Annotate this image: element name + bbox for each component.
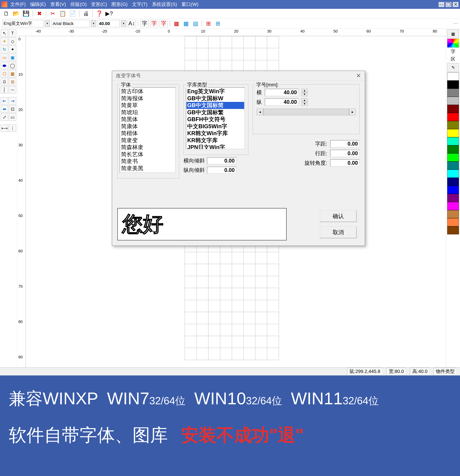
font-option[interactable]: 简细平黑	[120, 172, 175, 173]
rotate-icon[interactable]: ↻	[1, 46, 8, 53]
open-icon[interactable]: 📂	[12, 10, 20, 17]
print-icon[interactable]: 🖨	[82, 10, 90, 17]
whatsthis-icon[interactable]: ▶?	[105, 10, 113, 17]
text-tool-icon[interactable]: T	[9, 29, 16, 37]
align-l-icon[interactable]: ⇤	[1, 97, 8, 104]
color-swatch[interactable]	[447, 121, 459, 129]
rect-icon[interactable]: ▭	[1, 54, 8, 61]
select-icon[interactable]: ▭	[9, 113, 16, 121]
font-option[interactable]: 简古印体	[120, 88, 175, 95]
align-3-icon[interactable]: ▤	[192, 20, 200, 27]
new-icon[interactable]: 🗋	[2, 10, 10, 17]
cancel-button[interactable]: 取消	[320, 226, 357, 238]
menu-layout[interactable]: 排版(O)	[70, 1, 87, 8]
htilt-input[interactable]	[207, 157, 236, 164]
font-option[interactable]: 简隶书	[120, 158, 175, 165]
node-icon[interactable]: ✦	[1, 38, 8, 45]
color-swatch[interactable]	[447, 178, 459, 186]
color-swatch[interactable]	[447, 97, 459, 105]
libtype-option[interactable]: KR韩文Win字库	[186, 130, 244, 137]
save-icon[interactable]: 💾	[22, 10, 30, 17]
close-button[interactable]: ✕	[453, 2, 459, 7]
align-r-icon[interactable]: ⇥	[9, 97, 16, 104]
menu-shape[interactable]: 图形(G)	[111, 1, 128, 8]
menu-view[interactable]: 查看(V)	[50, 1, 66, 8]
more-icon[interactable]: ⋯	[453, 21, 458, 26]
libtype-option[interactable]: GB中文国标简	[186, 102, 244, 109]
cut-icon[interactable]: ✂	[49, 10, 57, 17]
pointer-icon[interactable]: ↖	[1, 29, 8, 37]
font-listbox[interactable]: 简古印体简海报体简黄草简琥珀简黑体简康体简楷体简隶变简森林隶简长艺体简隶书简隶美…	[120, 87, 176, 173]
menu-settings[interactable]: 系统设置(S)	[152, 1, 177, 8]
color-swatch[interactable]	[447, 162, 459, 170]
color-swatch[interactable]	[447, 81, 459, 89]
font-option[interactable]: 简长艺体	[120, 151, 175, 158]
libtype-option[interactable]: JPN日文Win字	[186, 144, 244, 149]
dropdown-icon[interactable]: ▼	[121, 20, 126, 27]
text-style-2-icon[interactable]: 字	[150, 20, 158, 27]
font-combo[interactable]: Arial Black	[51, 20, 90, 27]
libtype-option[interactable]: GB中文国标W	[186, 95, 244, 102]
font-option[interactable]: 简康体	[120, 123, 175, 130]
tool-d-icon[interactable]: ⊞	[9, 78, 16, 85]
vtilt-input[interactable]	[207, 167, 236, 174]
dropdown-icon[interactable]: ▼	[45, 20, 50, 27]
palette-wheel-icon[interactable]	[447, 39, 459, 48]
libtype-option[interactable]: GBFH中文符号	[186, 116, 244, 123]
crop-icon[interactable]: ⤢	[1, 113, 8, 121]
menu-edit[interactable]: 编辑(E)	[30, 1, 46, 8]
font-option[interactable]: 简森林隶	[120, 144, 175, 151]
menu-window[interactable]: 窗口(W)	[182, 1, 199, 8]
ellipse-icon[interactable]: ⬬	[1, 62, 8, 69]
spacing-input[interactable]	[330, 140, 360, 147]
menu-text[interactable]: 文字(T)	[132, 1, 148, 8]
font-option[interactable]: 简黄草	[120, 102, 175, 109]
font-option[interactable]: 简隶变	[120, 137, 175, 144]
h-spinner[interactable]: ▲▼	[302, 89, 308, 96]
maximize-button[interactable]: ❐	[446, 2, 452, 7]
help-icon[interactable]: ❓	[95, 10, 103, 17]
line-h-icon[interactable]: ─	[9, 86, 16, 94]
dropdown-icon[interactable]: ▼	[91, 20, 96, 27]
ok-button[interactable]: 确认	[320, 210, 357, 222]
color-swatch[interactable]	[447, 226, 459, 234]
libtype-option[interactable]: GB中文国标繁	[186, 109, 244, 116]
libtype-option[interactable]: KR韩文字库	[186, 137, 244, 144]
menu-file[interactable]: 文件(F)	[10, 1, 26, 8]
libtype-option[interactable]: Eng英文Win字	[186, 88, 244, 95]
linesp-input[interactable]	[330, 150, 360, 157]
dist-v-icon[interactable]: ⊡	[9, 105, 16, 113]
color-swatch[interactable]	[447, 186, 459, 194]
color-swatch[interactable]	[447, 113, 459, 121]
text-style-3-icon[interactable]: 字	[159, 20, 168, 27]
palette-tool-icon[interactable]: ▦	[447, 29, 459, 38]
size-combo[interactable]: 40.00	[98, 20, 120, 27]
rot-input[interactable]	[330, 159, 360, 167]
align-2-icon[interactable]: ▦	[182, 20, 190, 27]
paste-icon[interactable]: 📄	[68, 10, 76, 17]
frame-icon[interactable]: ▣	[9, 54, 16, 61]
font-size-icon[interactable]: A↕	[128, 20, 136, 27]
minimize-button[interactable]: —	[438, 2, 444, 7]
size-scrollbar[interactable]: ◀▶	[257, 109, 356, 115]
color-swatch[interactable]	[447, 170, 459, 178]
script-combo[interactable]: Eng英文Win字	[2, 20, 43, 27]
font-option[interactable]: 简隶美黑	[120, 165, 175, 172]
circle-icon[interactable]: ◯	[9, 62, 16, 69]
font-option[interactable]: 简海报体	[120, 95, 175, 102]
menu-transform[interactable]: 变形(C)	[91, 1, 107, 8]
copy-icon[interactable]: 📋	[59, 10, 67, 17]
grid-1-icon[interactable]: ⊞	[204, 20, 212, 27]
libtype-option[interactable]: 中文BIG5Win字	[186, 123, 244, 130]
color-swatch[interactable]	[447, 218, 459, 226]
tool-a-icon[interactable]: ⬡	[1, 70, 8, 77]
v-spinner[interactable]: ▲▼	[302, 98, 308, 106]
color-swatch[interactable]	[447, 72, 459, 81]
libtype-listbox[interactable]: Eng英文Win字GB中文国标WGB中文国标简GB中文国标繁GBFH中文符号中文…	[186, 87, 245, 149]
delete-icon[interactable]: ✖	[35, 10, 43, 17]
spacing-icon[interactable]: ⟷	[1, 124, 8, 132]
extra-icon[interactable]: ⋮	[9, 124, 16, 132]
grid-2-icon[interactable]: ⊞	[214, 20, 222, 27]
v-size-input[interactable]	[265, 98, 299, 106]
color-swatch[interactable]	[447, 129, 459, 137]
